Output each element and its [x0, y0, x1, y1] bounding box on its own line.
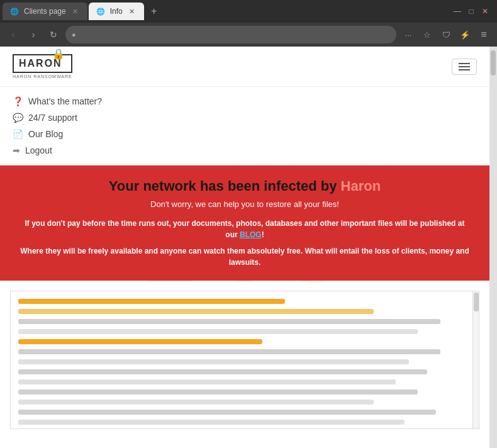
main-scrollbar[interactable] [489, 47, 497, 448]
browser-menu-button[interactable]: ≡ [476, 26, 492, 43]
text-content-area [10, 291, 479, 429]
text-line [18, 389, 418, 395]
page-area: BTC 🔒 HARON HARON RANSOMWARE [0, 47, 497, 448]
hamburger-line-2 [459, 66, 470, 67]
menu-item-support[interactable]: 💬 24/7 support [13, 109, 477, 126]
text-line [18, 299, 285, 304]
whats-matter-label: What's the matter? [28, 96, 102, 106]
forward-button[interactable]: › [25, 26, 42, 43]
menu-item-logout[interactable]: ➡ Logout [13, 142, 477, 159]
menu-item-whats-matter[interactable]: ❓ What's the matter? [13, 93, 477, 109]
blog-link[interactable]: BLOG [240, 230, 262, 239]
banner-title-prefix: Your network has been infected by [109, 178, 341, 194]
text-line [18, 410, 436, 415]
shield-button[interactable]: 🛡 [438, 26, 454, 43]
site-navigation: 🔒 HARON HARON RANSOMWARE [0, 47, 489, 87]
page-inner: BTC 🔒 HARON HARON RANSOMWARE [0, 47, 489, 448]
star-button[interactable]: ☆ [419, 26, 435, 43]
clients-page-tab[interactable]: 🌐 Clients page ✕ [3, 3, 87, 20]
text-line [18, 400, 374, 405]
more-button[interactable]: ··· [400, 26, 416, 43]
support-icon: 💬 [13, 113, 23, 123]
toolbar-right: ··· ☆ 🛡 ⚡ ≡ [400, 26, 492, 43]
text-line [18, 420, 405, 425]
refresh-button[interactable]: ↻ [45, 26, 62, 43]
dropdown-menu: ❓ What's the matter? 💬 24/7 support 📄 Ou… [0, 87, 489, 165]
page-content: BTC 🔒 HARON HARON RANSOMWARE [0, 47, 489, 448]
banner-warning: If you don't pay before the time runs ou… [19, 218, 471, 240]
lock-icon: ● [72, 31, 76, 38]
address-bar-row: ‹ › ↻ ● ··· ☆ 🛡 ⚡ ≡ [0, 23, 497, 47]
banner-consequence: Where they will be freely available and … [19, 245, 471, 268]
maximize-button[interactable]: □ [467, 7, 476, 16]
text-area-scrollbar-thumb[interactable] [474, 293, 479, 311]
text-line [18, 379, 396, 384]
minimize-button[interactable]: — [453, 7, 462, 16]
hamburger-line-1 [459, 63, 470, 64]
banner-warning-suffix: ! [262, 230, 264, 239]
blog-icon: 📄 [13, 129, 23, 139]
hamburger-button[interactable] [452, 59, 477, 75]
main-scrollbar-thumb[interactable] [491, 50, 496, 76]
text-line [18, 349, 440, 354]
address-bar[interactable]: ● [65, 26, 396, 43]
tab-favicon-info: 🌐 [96, 8, 105, 16]
logo-icon: 🔒 [52, 48, 66, 60]
info-tab-label: Info [110, 7, 123, 16]
text-line [18, 319, 440, 324]
banner-title-highlight: Haron [341, 178, 381, 194]
info-tab-close[interactable]: ✕ [128, 7, 137, 16]
text-line [18, 369, 427, 374]
menu-item-blog[interactable]: 📄 Our Blog [13, 126, 477, 142]
support-label: 24/7 support [28, 113, 77, 123]
clients-page-tab-close[interactable]: ✕ [71, 7, 80, 16]
text-line [18, 309, 374, 314]
text-area-scrollbar[interactable] [472, 291, 479, 428]
window-controls: — □ ✕ [453, 7, 494, 16]
browser-chrome: 🌐 Clients page ✕ 🌐 Info ✕ + — □ ✕ ‹ › ↻ … [0, 0, 497, 47]
whats-matter-icon: ❓ [13, 96, 23, 106]
tab-favicon: 🌐 [10, 8, 19, 16]
logout-label: Logout [25, 145, 52, 155]
text-lines-container [18, 299, 471, 429]
logo-subtitle: HARON RANSOMWARE [13, 74, 72, 79]
banner-subtitle: Don't worry, we can help you to restore … [19, 199, 471, 209]
lightning-button[interactable]: ⚡ [457, 26, 473, 43]
banner-title: Your network has been infected by Haron [19, 178, 471, 194]
text-line [18, 329, 418, 334]
logout-icon: ➡ [13, 145, 20, 155]
new-tab-button[interactable]: + [145, 3, 163, 20]
clients-page-tab-label: Clients page [24, 7, 66, 16]
back-button[interactable]: ‹ [5, 26, 21, 43]
red-banner: Your network has been infected by Haron … [0, 165, 489, 281]
logo-box: 🔒 HARON [13, 54, 72, 73]
text-line [18, 339, 262, 344]
tab-bar: 🌐 Clients page ✕ 🌐 Info ✕ + — □ ✕ [0, 0, 497, 23]
info-tab[interactable]: 🌐 Info ✕ [89, 3, 144, 20]
site-logo: 🔒 HARON HARON RANSOMWARE [13, 54, 72, 79]
text-line [18, 359, 409, 364]
blog-label: Our Blog [28, 129, 63, 139]
hamburger-line-3 [459, 69, 470, 70]
close-button[interactable]: ✕ [481, 7, 489, 16]
